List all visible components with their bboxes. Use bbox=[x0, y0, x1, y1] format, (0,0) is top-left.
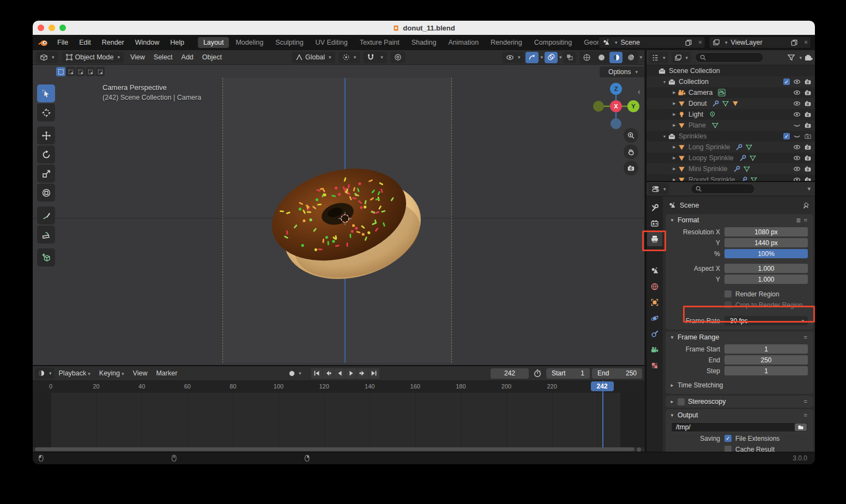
disclosure-closed-icon[interactable]: ▶ bbox=[672, 156, 677, 160]
properties-tab-scene[interactable] bbox=[647, 264, 662, 278]
tweak-button[interactable] bbox=[56, 67, 65, 76]
cam-icon[interactable] bbox=[804, 122, 812, 129]
timeline-scrollbar-dot[interactable] bbox=[637, 447, 641, 452]
menu-render[interactable]: Render bbox=[97, 37, 129, 48]
menu-window[interactable]: Window bbox=[130, 37, 164, 48]
minimize-window-button[interactable] bbox=[49, 25, 55, 31]
outliner-row-round-sprinkle[interactable]: ▶Round Sprinkle bbox=[646, 174, 815, 181]
transform-orientation-dropdown[interactable]: Global▾ bbox=[292, 52, 335, 63]
frame-step-field[interactable]: 1 bbox=[724, 366, 808, 375]
time-stretching-subpanel[interactable]: ►Time Stretching bbox=[666, 380, 813, 391]
viewlayer-selector-label[interactable]: ViewLayer bbox=[728, 37, 787, 48]
file-extensions-checkbox[interactable]: ✓ bbox=[724, 435, 732, 442]
pivot-point-dropdown[interactable]: ▾ bbox=[339, 52, 360, 63]
cache-result-checkbox[interactable] bbox=[724, 446, 732, 452]
cam-icon[interactable] bbox=[804, 176, 812, 181]
eye-open-icon[interactable] bbox=[793, 154, 801, 162]
eye-open-icon[interactable] bbox=[793, 143, 801, 151]
timeline-track[interactable] bbox=[33, 393, 644, 447]
collection-checkbox[interactable]: ✓ bbox=[783, 78, 790, 85]
outliner-display-mode-button[interactable]: ▾ bbox=[672, 52, 691, 63]
eye-open-icon[interactable] bbox=[793, 89, 801, 96]
aspect-x-field[interactable]: 1.000 bbox=[724, 264, 808, 273]
cam-x-icon[interactable] bbox=[804, 132, 812, 140]
gizmo-x-axis[interactable]: X bbox=[610, 100, 622, 112]
data-mesh-icon[interactable] bbox=[749, 154, 757, 162]
zoom-view-button[interactable] bbox=[624, 128, 638, 143]
resolution-percent-slider[interactable]: 100% bbox=[724, 249, 808, 258]
circle-select-button[interactable] bbox=[76, 67, 85, 76]
current-frame-field[interactable]: 242 bbox=[491, 368, 529, 379]
data-mesh-icon[interactable] bbox=[743, 165, 751, 173]
show-gizmo-toggle[interactable] bbox=[525, 52, 539, 63]
lasso-select-button[interactable] bbox=[86, 67, 95, 76]
cam-icon[interactable] bbox=[804, 154, 812, 162]
timeline-scrollbar[interactable] bbox=[35, 447, 634, 451]
outliner-row-loopy-sprinkle[interactable]: ▶Loopy Sprinkle bbox=[646, 153, 815, 163]
data-mesh-icon[interactable] bbox=[750, 176, 758, 181]
properties-editor-type-button[interactable]: ▾ bbox=[649, 183, 669, 195]
outliner-editor-type-button[interactable]: ▾ bbox=[649, 52, 668, 63]
resolution-x-field[interactable]: 1080 px bbox=[724, 227, 808, 236]
outliner-row-long-sprinkle[interactable]: ▶Long Sprinkle bbox=[646, 142, 815, 153]
proportional-edit-controls[interactable] bbox=[390, 52, 406, 63]
filter-icon[interactable] bbox=[787, 53, 795, 62]
editor-type-button[interactable]: ▾ bbox=[36, 52, 58, 63]
format-panel-header[interactable]: ▼Format≣ = bbox=[666, 214, 813, 226]
properties-tab-object[interactable] bbox=[647, 295, 662, 309]
viewlayer-selector[interactable]: ▾ ViewLayer × bbox=[709, 37, 811, 48]
properties-tab-tool[interactable] bbox=[647, 201, 662, 215]
disclosure-closed-icon[interactable]: ▶ bbox=[672, 112, 677, 117]
workspace-tab-uv-editing[interactable]: UV Editing bbox=[310, 37, 353, 48]
show-overlays-toggle[interactable] bbox=[545, 52, 558, 63]
disclosure-closed-icon[interactable]: ▶ bbox=[672, 145, 677, 149]
resolution-y-field[interactable]: 1440 px bbox=[724, 238, 808, 247]
workspace-tab-rendering[interactable]: Rendering bbox=[485, 37, 528, 48]
outliner-row-plane[interactable]: ▶Plane bbox=[646, 120, 815, 131]
play-button[interactable] bbox=[346, 368, 356, 379]
timeline-menu-view[interactable]: View bbox=[129, 368, 152, 379]
disclosure-closed-icon[interactable]: ▶ bbox=[672, 123, 677, 127]
outliner-row-mini-sprinkle[interactable]: ▶Mini Sprinkle bbox=[646, 163, 815, 174]
outliner-row-sprinkles[interactable]: ▼Sprinkles✓ bbox=[646, 131, 815, 142]
wrench-icon[interactable] bbox=[740, 176, 748, 181]
playhead-frame-badge[interactable]: 242 bbox=[591, 381, 614, 391]
eye-open-icon[interactable] bbox=[793, 165, 801, 173]
workspace-tab-texture-paint[interactable]: Texture Paint bbox=[354, 37, 405, 48]
gizmo-y-axis[interactable]: Y bbox=[627, 100, 639, 112]
scene-selector[interactable]: ▾ Scene × bbox=[599, 37, 705, 48]
data-mesh-icon[interactable] bbox=[745, 143, 753, 151]
timeline-ruler[interactable]: 020406080100120140160180200220240 bbox=[33, 381, 644, 393]
pan-view-button[interactable] bbox=[624, 144, 638, 159]
disclosure-closed-icon[interactable]: ▶ bbox=[672, 167, 677, 171]
menu-help[interactable]: Help bbox=[165, 37, 189, 48]
frame-end-widget[interactable]: End250 bbox=[592, 368, 642, 379]
material-icon[interactable] bbox=[732, 100, 739, 107]
workspace-tab-layout[interactable]: Layout bbox=[198, 37, 229, 48]
menu-file[interactable]: File bbox=[52, 37, 73, 48]
eye-open-icon[interactable] bbox=[793, 176, 801, 181]
viewport-menu-object[interactable]: Object bbox=[198, 52, 226, 63]
wrench-icon[interactable] bbox=[733, 165, 741, 173]
shading-material-button[interactable] bbox=[609, 52, 623, 63]
prev-keyframe-button[interactable] bbox=[323, 368, 334, 379]
workspace-tab-sculpting[interactable]: Sculpting bbox=[270, 37, 309, 48]
outliner-row-camera[interactable]: ▶Camera bbox=[646, 87, 815, 98]
properties-tab-render[interactable] bbox=[647, 216, 662, 230]
disclosure-open-icon[interactable]: ▼ bbox=[662, 80, 667, 84]
properties-tab-constraints[interactable] bbox=[647, 327, 662, 341]
frame-end-field[interactable]: 250 bbox=[724, 355, 808, 365]
zoom-window-button[interactable] bbox=[59, 25, 66, 31]
measure-tool-button[interactable] bbox=[37, 226, 55, 244]
eye-closed-icon[interactable] bbox=[793, 122, 801, 129]
data-mesh-icon[interactable] bbox=[722, 100, 729, 107]
cam-icon[interactable] bbox=[804, 143, 812, 151]
eye-open-icon[interactable] bbox=[793, 100, 801, 107]
collapse-region-arrow[interactable]: ‹ bbox=[638, 87, 640, 96]
output-path-field[interactable]: /tmp/ bbox=[671, 422, 808, 432]
close-window-button[interactable] bbox=[38, 25, 44, 31]
viewlayer-icon[interactable] bbox=[709, 37, 723, 48]
menu-edit[interactable]: Edit bbox=[74, 37, 96, 48]
outliner-row-scene-collection[interactable]: Scene Collection bbox=[646, 65, 815, 76]
box-select-button[interactable] bbox=[66, 67, 75, 76]
